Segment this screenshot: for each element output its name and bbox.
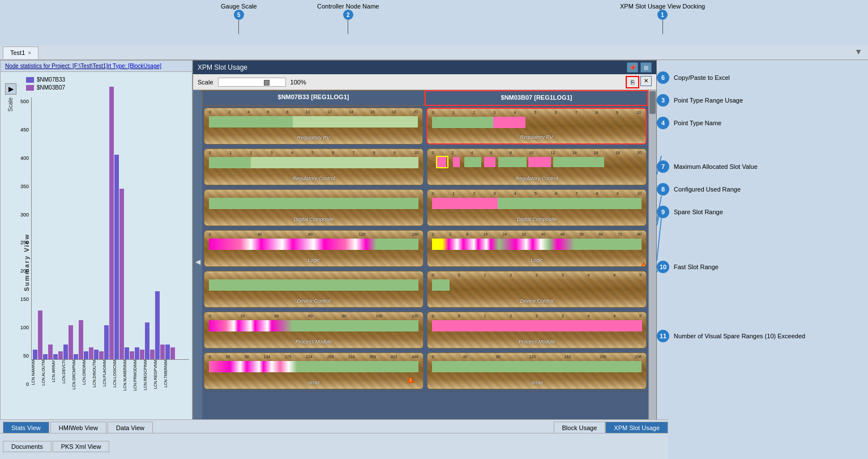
tab-pks-xml-view[interactable]: PKS Xml View xyxy=(53,441,110,452)
pink-fill-1d xyxy=(528,157,551,167)
dropdown-arrow[interactable]: ▼ xyxy=(854,47,862,56)
green-fill-1 xyxy=(464,157,481,167)
node-stats-title: Node statistics for Project: [F:\Test\Te… xyxy=(5,63,161,69)
ann-text-9: Spare Slot Range xyxy=(674,209,723,215)
xpm-content: ◀ $NM07B33 [REG1LOG1] $NM03B07 [REG1LOG1… xyxy=(193,90,656,434)
close-btn[interactable]: ✕ xyxy=(640,76,652,86)
ann-circle-3: 3 xyxy=(657,94,669,107)
scale-thumb[interactable] xyxy=(264,80,270,86)
ann1-circle: 1 xyxy=(657,10,668,20)
pm-fill-left xyxy=(209,320,418,332)
scale-label: Scale xyxy=(7,97,14,112)
xpm-rows: 02468101214161820 Regulatory PV 01234567… xyxy=(202,106,648,434)
row-label-left-4: Device Control xyxy=(204,298,423,304)
legend-nm03-label: $NM03B07 xyxy=(37,84,65,91)
scale-nums-proc-right: 001223445 xyxy=(432,314,642,318)
tab-block-usage[interactable]: Block Usage xyxy=(554,422,606,433)
fill-right-2b xyxy=(498,198,642,209)
v-scroll-thumb[interactable] xyxy=(649,91,656,114)
fill-right-2 xyxy=(432,198,498,209)
bar-nm03-9 xyxy=(130,351,134,359)
ann-item-8: 8 Configured Used Range xyxy=(657,183,868,196)
row-logic: 04080120160 Logic 018162432404856647280 xyxy=(202,228,648,269)
tab-stats-view[interactable]: Stats View xyxy=(3,422,49,433)
xpm-header-icons: 📌 ⊞ xyxy=(627,62,652,73)
expand-button[interactable]: ▶ xyxy=(5,83,16,95)
ann1-label: XPM Slot Usage View Docking xyxy=(620,3,705,10)
xlabel-5: LCN.DRDINM xyxy=(82,360,92,385)
scale-nums-array-right: 04080120160200256 xyxy=(432,355,642,359)
v-scrollbar[interactable] xyxy=(648,90,656,434)
bar-nm07-7 xyxy=(104,325,109,359)
bar-nm07-4 xyxy=(74,354,78,359)
pin-icon-btn[interactable]: 📌 xyxy=(627,62,638,73)
bar-nm07-6 xyxy=(94,350,99,359)
ann-text-8: Configured Used Range xyxy=(674,186,741,193)
y-50: 50 xyxy=(23,353,29,359)
tab-close-icon[interactable]: × xyxy=(28,50,31,56)
ann-text-6: Copy/Paste to Excel xyxy=(674,74,730,81)
fill-left-0 xyxy=(209,116,418,128)
scale-nums-left-1: 012345678910 xyxy=(209,151,418,155)
legend-nm03-color xyxy=(26,85,34,91)
scale-nums-right-2: 012345678910 xyxy=(432,192,642,196)
scale-nums-left-0: 02468101214161820 xyxy=(209,110,418,114)
bar-nm07-1 xyxy=(43,354,48,359)
scale-slider[interactable] xyxy=(218,78,286,87)
ann-item-3: 3 Point Type Range Usage xyxy=(657,94,868,107)
xlabel-0: LCN.NAMINM xyxy=(31,360,41,385)
row-array: 04590134179224269314358403448 ! Array xyxy=(202,351,648,392)
dock-icon-btn[interactable]: ⊞ xyxy=(640,62,652,73)
scale-nums-proc-left: 020406080100120 xyxy=(209,314,418,318)
ann-circle-4: 4 xyxy=(657,117,669,129)
bar-nm03-11 xyxy=(150,350,155,359)
tab-hmiweb-label: HMIWeb View xyxy=(59,424,98,431)
ann5-circle: 5 xyxy=(234,10,244,20)
scale-value: 100% xyxy=(290,79,306,86)
cell-left-dev-ctrl: Device Control xyxy=(204,271,424,308)
tab-bar: Test1 × ▼ xyxy=(0,45,868,60)
tab-data-view[interactable]: Data View xyxy=(108,422,153,433)
array-fill-left xyxy=(209,361,418,372)
y-axis: 500 450 400 350 300 250 200 150 100 50 0 xyxy=(18,97,30,388)
node-stats-header: Node statistics for Project: [F:\Test\Te… xyxy=(1,61,192,72)
tab-stats-label: Stats View xyxy=(11,424,41,431)
left-collapse-arrow[interactable]: ◀ xyxy=(193,90,202,434)
xpm-toolbar: Scale 100% ⎘ ✕ xyxy=(193,74,656,90)
tab-xpm-slot-usage[interactable]: XPM Slot Usage xyxy=(605,422,668,433)
bar-nm03-8 xyxy=(119,189,124,359)
annotation-controller-node: Controller Node Name 2 xyxy=(317,3,379,34)
col-headers: $NM07B33 [REG1LOG1] $NM03B07 [REG1LOG1] xyxy=(202,90,648,106)
xlabel-1: LCN.ALOUTM xyxy=(41,360,51,385)
row-regulatory-control: 012345678910 Regulatory Control 02468101… xyxy=(202,147,648,188)
row-label-left-0: Regulatory PV xyxy=(204,135,422,141)
tab-test1[interactable]: Test1 × xyxy=(3,46,39,59)
row-label-right-5: Process Module xyxy=(427,339,646,345)
bar-nm07-13 xyxy=(165,345,170,359)
fill-left-1 xyxy=(209,157,418,168)
bar-group-2 xyxy=(53,351,63,359)
xlabel-10: LCN.PRMODINM xyxy=(133,360,143,391)
bar-nm03-0 xyxy=(38,311,42,359)
ann-circle-10: 10 xyxy=(657,261,669,273)
ann-item-4: 4 Point Type Name xyxy=(657,117,868,129)
copy-paste-btn[interactable]: ⎘ xyxy=(626,76,639,88)
used-right-0 xyxy=(493,117,526,128)
ann-items: 6 Copy/Paste to Excel 3 Point Type Range… xyxy=(657,71,868,342)
ann2-circle: 2 xyxy=(343,10,353,20)
cell-left-array: 04590134179224269314358403448 ! Array xyxy=(204,352,424,389)
ann-item-7: 7 Maximum Allocated Slot Value xyxy=(657,160,868,173)
tab-hmiweb-view[interactable]: HMIWeb View xyxy=(50,422,106,433)
xpm-main-content: $NM07B33 [REG1LOG1] $NM03B07 [REG1LOG1] xyxy=(202,90,648,434)
legend-nm07-color xyxy=(26,77,34,83)
copy-buttons: ⎘ ✕ xyxy=(626,76,652,88)
pm-fill-right xyxy=(432,320,642,332)
row-process-module: 020406080100120 Process Module 001223445 xyxy=(202,310,648,351)
row-label-left-5: Process Module xyxy=(204,339,423,345)
bar-group-4 xyxy=(74,320,83,359)
top-annotations: Gauge Scale 5 Controller Node Name 2 XPM… xyxy=(0,0,868,45)
chart-container: 500 450 400 350 300 250 200 150 100 50 0 xyxy=(18,97,189,388)
cell-right-reg-ctrl: 02468101214161820 xyxy=(427,148,647,185)
tab-documents[interactable]: Documents xyxy=(3,441,52,452)
row-device-control: Device Control 001223445 Device Control xyxy=(202,269,648,310)
